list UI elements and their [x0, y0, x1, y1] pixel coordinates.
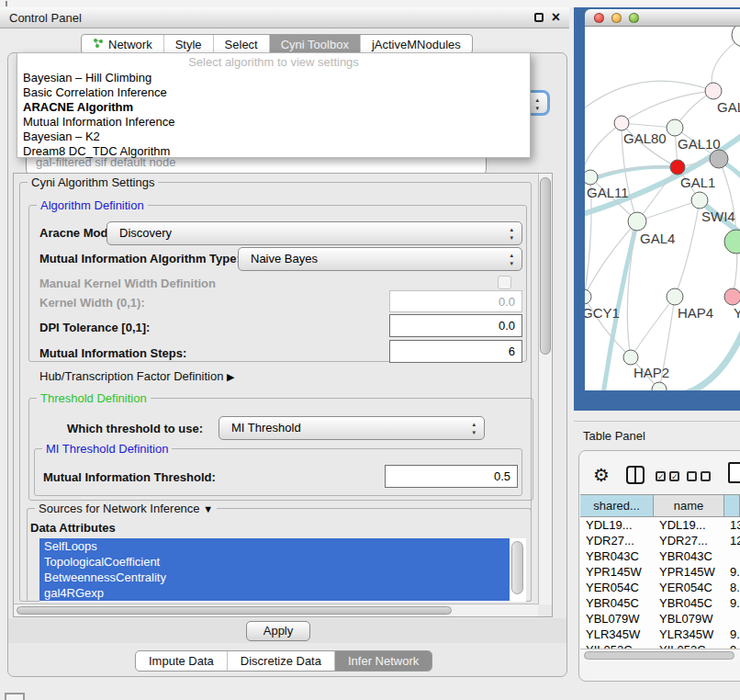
- network-canvas-svg: GALGAL80GAL10GAL1GAL11SWI4GAL4GCY1HAP4YH…: [585, 27, 740, 390]
- attribute-item-selected[interactable]: SelfLoops: [39, 538, 510, 554]
- column-header-partial[interactable]: [724, 495, 740, 516]
- attribute-item-selected[interactable]: TopologicalCoefficient: [39, 554, 510, 570]
- manual-kernel-checkbox[interactable]: [498, 276, 511, 289]
- mi-threshold-field[interactable]: 0.5: [385, 465, 518, 488]
- algorithm-option[interactable]: Mutual Information Inference: [17, 115, 530, 130]
- horizontal-scrollbar[interactable]: [14, 604, 538, 616]
- table-cell: YBR045C: [654, 595, 724, 611]
- table-row[interactable]: YER054CYER054C8.: [580, 580, 740, 595]
- zoom-traffic-light-icon[interactable]: [629, 13, 639, 23]
- select-all-checkbox-icon[interactable]: ✓: [669, 471, 679, 481]
- stepper-arrows-icon: ▴▾: [535, 96, 539, 112]
- network-node[interactable]: [724, 288, 740, 305]
- list-scrollbar-thumb[interactable]: [511, 541, 523, 594]
- network-node[interactable]: [667, 288, 683, 305]
- column-header-shared-name[interactable]: shared...: [580, 495, 654, 516]
- table-row[interactable]: YBL079WYBL079W: [580, 611, 740, 627]
- table-row[interactable]: YIL052CYIL052C9.: [580, 642, 740, 649]
- tab-network[interactable]: Network: [82, 35, 164, 53]
- table-horizontal-scrollbar[interactable]: [580, 649, 740, 661]
- network-node-label: GAL1: [680, 175, 715, 190]
- network-node[interactable]: [670, 160, 685, 175]
- aracne-mode-combobox[interactable]: Discovery ▴▾: [107, 221, 522, 245]
- vertical-scrollbar-thumb[interactable]: [540, 177, 551, 355]
- network-node[interactable]: [691, 192, 708, 209]
- network-node[interactable]: [623, 350, 638, 365]
- network-window-titlebar[interactable]: [585, 9, 740, 27]
- table-row[interactable]: YDL19...YDL19...13: [580, 517, 740, 533]
- table-cell: YDL19...: [580, 517, 654, 533]
- network-edge[interactable]: [631, 297, 675, 357]
- which-threshold-combobox[interactable]: MI Threshold ▴▾: [219, 416, 485, 440]
- dpi-tolerance-field[interactable]: 0.0: [389, 314, 522, 337]
- network-node[interactable]: [724, 230, 740, 254]
- tab-select[interactable]: Select: [214, 35, 270, 53]
- mi-steps-label: Mutual Information Steps:: [39, 346, 186, 360]
- table-rows: YDL19...YDL19...13YDR27...YDR27...12YBR0…: [580, 517, 740, 649]
- control-panel-titlebar: Control Panel ×: [0, 7, 569, 28]
- table-panel-title: Table Panel: [574, 424, 740, 446]
- horizontal-scrollbar-thumb[interactable]: [17, 606, 452, 615]
- table-row[interactable]: YPR145WYPR145W9.: [580, 564, 740, 580]
- mi-type-combobox[interactable]: Naive Bayes ▴▾: [238, 247, 522, 271]
- split-columns-icon[interactable]: [626, 466, 645, 484]
- sources-title-label: Sources for Network Inference: [39, 502, 200, 515]
- network-node[interactable]: [585, 289, 591, 304]
- table-row[interactable]: YBR045CYBR045C9.: [580, 595, 740, 611]
- deselect-all-checkbox-icon[interactable]: [701, 471, 711, 481]
- network-node[interactable]: [585, 170, 598, 185]
- table-row[interactable]: YBR043CYBR043C: [580, 548, 740, 564]
- mi-steps-field[interactable]: 6: [389, 340, 522, 363]
- gear-icon[interactable]: ⚙: [593, 464, 610, 486]
- float-window-icon[interactable]: [534, 13, 544, 22]
- tab-impute-data[interactable]: Impute Data: [136, 651, 228, 671]
- table-row[interactable]: YDR27...YDR27...12: [580, 533, 740, 548]
- algorithm-option[interactable]: Bayesian – K2: [17, 130, 530, 144]
- network-edge[interactable]: [675, 200, 700, 297]
- vertical-scrollbar[interactable]: [538, 174, 552, 604]
- network-edge[interactable]: [677, 319, 740, 390]
- table-scrollbar-thumb[interactable]: [584, 651, 734, 660]
- select-all-checkbox-icon[interactable]: ✓: [656, 471, 666, 481]
- tab-jactivemnodules[interactable]: jActiveMNodules: [361, 35, 472, 53]
- close-icon[interactable]: ×: [552, 11, 560, 24]
- network-node[interactable]: [628, 212, 646, 231]
- hub-definition-expander[interactable]: Hub/Transcription Factor Definition ▶: [39, 369, 234, 383]
- manual-kernel-label: Manual Kernel Width Definition: [39, 277, 216, 290]
- network-view-canvas[interactable]: GALGAL80GAL10GAL1GAL11SWI4GAL4GCY1HAP4YH…: [585, 27, 740, 390]
- apply-button[interactable]: Apply: [246, 621, 310, 641]
- kernel-width-label: Kernel Width (0,1):: [39, 296, 145, 310]
- algorithm-option-selected[interactable]: ARACNE Algorithm: [17, 100, 530, 115]
- which-threshold-label: Which threshold to use:: [67, 422, 203, 435]
- attribute-item-selected[interactable]: BetweennessCentrality: [39, 570, 510, 585]
- deselect-all-checkbox-icon[interactable]: [687, 471, 697, 481]
- algorithm-option[interactable]: Basic Correlation Inference: [17, 85, 530, 100]
- column-header-name[interactable]: name: [654, 495, 724, 516]
- minimized-panel-icon[interactable]: [5, 693, 25, 700]
- document-icon[interactable]: [728, 462, 740, 483]
- tab-infer-network[interactable]: Infer Network: [335, 651, 432, 671]
- kernel-width-field[interactable]: 0.0: [389, 290, 522, 312]
- table-cell: [724, 548, 740, 564]
- network-edge[interactable]: [585, 81, 713, 111]
- network-node[interactable]: [667, 119, 683, 136]
- minimize-traffic-light-icon[interactable]: [611, 13, 622, 23]
- close-traffic-light-icon[interactable]: [594, 13, 604, 23]
- sources-group-title[interactable]: Sources for Network Inference ▼: [35, 502, 217, 515]
- algorithm-option[interactable]: Dream8 DC_TDC Algorithm: [17, 144, 530, 159]
- network-node[interactable]: [710, 150, 728, 168]
- tab-discretize-data[interactable]: Discretize Data: [228, 651, 335, 671]
- tab-style[interactable]: Style: [164, 35, 214, 53]
- attribute-item-selected[interactable]: gal4RGexp: [39, 585, 510, 601]
- network-node[interactable]: [705, 83, 722, 99]
- stepper-arrows-icon: ▴▾: [510, 225, 513, 242]
- tab-label: Style: [175, 38, 202, 51]
- tab-cyni-toolbox[interactable]: Cyni Toolbox: [270, 35, 361, 53]
- table-row[interactable]: YLR345WYLR345W9.: [580, 627, 740, 642]
- table-cell: YIL052C: [580, 642, 654, 649]
- network-node[interactable]: [614, 116, 629, 130]
- table-cell: YBL079W: [580, 611, 654, 627]
- network-edge[interactable]: [622, 91, 713, 123]
- algorithm-option[interactable]: Bayesian – Hill Climbing: [17, 71, 530, 85]
- network-edge[interactable]: [637, 200, 700, 221]
